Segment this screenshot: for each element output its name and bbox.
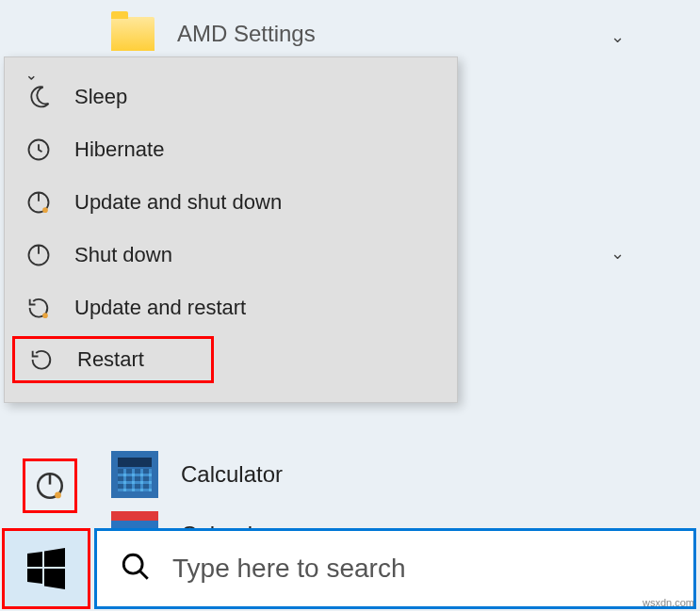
power-update-icon [25, 189, 52, 216]
menu-item-update-shutdown[interactable]: Update and shut down [5, 176, 457, 229]
power-icon [25, 242, 52, 268]
moon-icon [25, 84, 52, 110]
menu-item-hibernate[interactable]: Hibernate [5, 123, 457, 176]
windows-logo-icon [24, 546, 69, 591]
clock-icon [25, 137, 52, 163]
search-input[interactable] [172, 554, 671, 584]
menu-item-label: Hibernate [74, 137, 164, 162]
expand-handle-icon[interactable]: ⌃ [25, 65, 38, 83]
search-icon [120, 551, 152, 587]
folder-icon [111, 17, 155, 51]
menu-item-label: Update and shut down [74, 190, 282, 215]
svg-point-4 [42, 313, 48, 318]
chevron-down-icon[interactable]: ⌄ [610, 243, 625, 264]
menu-item-label: Update and restart [74, 296, 246, 320]
restart-icon [28, 346, 55, 373]
start-button[interactable] [2, 528, 90, 609]
app-label: Calculator [181, 461, 283, 488]
start-menu-app-row[interactable]: AMD Settings [111, 17, 643, 51]
restart-update-icon [25, 295, 52, 321]
app-label: AMD Settings [177, 21, 316, 47]
menu-item-restart[interactable]: Restart [12, 336, 214, 383]
menu-item-update-restart[interactable]: Update and restart [5, 281, 457, 334]
power-options-menu: ⌃ Sleep Hibernate Update and shut down S… [4, 56, 458, 403]
svg-point-6 [55, 492, 61, 499]
taskbar-search[interactable] [94, 528, 696, 609]
calculator-icon [111, 451, 158, 498]
menu-item-shutdown[interactable]: Shut down [5, 229, 457, 281]
menu-item-label: Shut down [74, 243, 172, 267]
svg-point-2 [42, 207, 48, 213]
watermark: wsxdn.com [643, 597, 694, 608]
menu-item-sleep[interactable]: Sleep [5, 71, 457, 123]
menu-item-label: Restart [77, 347, 144, 372]
chevron-down-icon[interactable]: ⌄ [610, 26, 625, 47]
menu-item-label: Sleep [74, 85, 127, 109]
power-button[interactable] [23, 458, 77, 513]
start-menu-app-calculator[interactable]: Calculator [111, 451, 283, 498]
svg-point-7 [123, 555, 142, 573]
